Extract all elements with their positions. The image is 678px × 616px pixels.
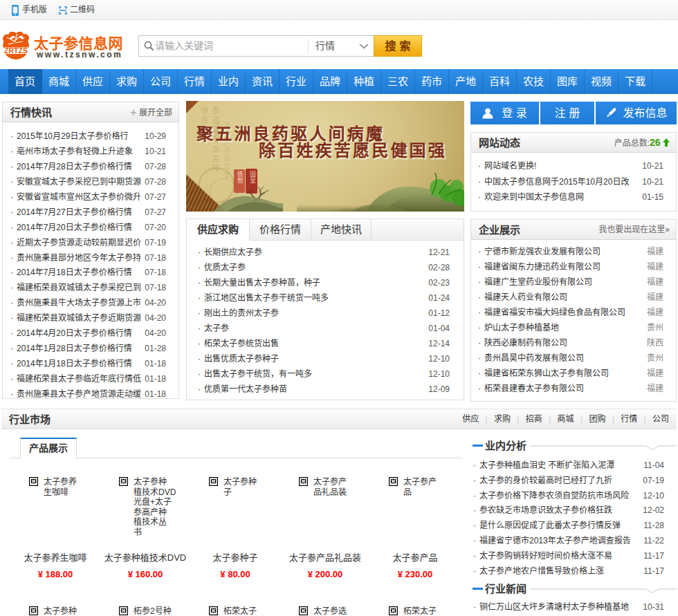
svg-text:ZRTZS: ZRTZS: [4, 46, 28, 55]
